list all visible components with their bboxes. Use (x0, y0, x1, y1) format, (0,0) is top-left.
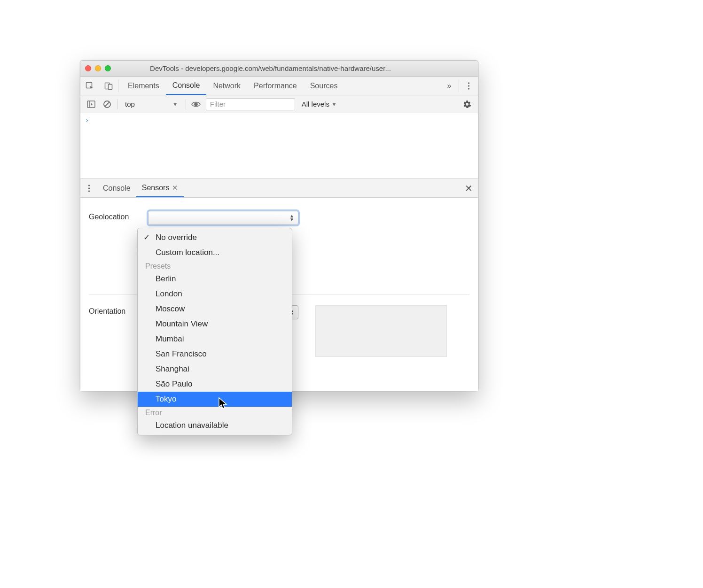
geolocation-dropdown: No override Custom location... Presets B… (137, 228, 292, 435)
live-expression-icon[interactable] (190, 98, 202, 110)
toolbar-divider-2 (186, 99, 186, 109)
console-toolbar: top ▼ Filter All levels ▼ (80, 95, 478, 113)
close-drawer-button[interactable]: ✕ (459, 179, 478, 197)
main-tabbar: Elements Console Network Performance Sou… (80, 77, 478, 95)
dropdown-group-error: Error (138, 407, 292, 418)
console-prompt: › (85, 116, 89, 124)
orientation-label: Orientation (89, 305, 141, 316)
tabs-overflow-button[interactable]: » (440, 77, 459, 95)
context-label: top (125, 100, 135, 108)
drawer-tabbar: Console Sensors ✕ ✕ (80, 179, 478, 198)
dropdown-option-preset-highlighted[interactable]: Tokyo (138, 392, 292, 407)
orientation-preview[interactable] (315, 305, 447, 357)
drawer-tab-sensors[interactable]: Sensors ✕ (136, 179, 184, 197)
dropdown-option-preset[interactable]: São Paulo (138, 377, 292, 392)
dropdown-option-no-override[interactable]: No override (138, 230, 292, 245)
filter-placeholder: Filter (210, 100, 226, 108)
svg-point-11 (88, 190, 89, 192)
dropdown-group-presets: Presets (138, 260, 292, 271)
window-title: DevTools - developers.google.com/web/fun… (96, 64, 473, 72)
inspect-element-icon[interactable] (80, 77, 99, 95)
levels-label: All levels (302, 100, 329, 108)
tab-network[interactable]: Network (206, 77, 247, 95)
drawer-tab-label: Sensors (142, 184, 170, 192)
dropdown-triangle-icon: ▼ (331, 101, 337, 108)
select-arrows-icon: ▲▼ (289, 214, 294, 222)
svg-point-5 (468, 88, 469, 89)
close-tab-icon[interactable]: ✕ (172, 184, 178, 192)
svg-point-8 (195, 103, 197, 106)
clear-console-icon[interactable] (101, 98, 113, 110)
log-levels-select[interactable]: All levels ▼ (299, 100, 340, 108)
console-settings-icon[interactable] (461, 98, 473, 110)
main-tabs: Elements Console Network Performance Sou… (118, 77, 440, 95)
tab-console[interactable]: Console (166, 77, 207, 95)
dropdown-option-custom-location[interactable]: Custom location... (138, 245, 292, 260)
geolocation-select[interactable]: ▲▼ (148, 211, 298, 225)
device-toggle-icon[interactable] (99, 77, 118, 95)
main-menu-button[interactable] (459, 77, 478, 95)
tab-performance[interactable]: Performance (247, 77, 304, 95)
svg-point-9 (88, 185, 89, 186)
svg-point-10 (88, 187, 89, 189)
dropdown-option-preset[interactable]: Moscow (138, 302, 292, 317)
svg-rect-2 (109, 84, 112, 89)
dropdown-option-preset[interactable]: Shanghai (138, 362, 292, 377)
filter-input[interactable]: Filter (206, 98, 295, 110)
titlebar: DevTools - developers.google.com/web/fun… (80, 61, 478, 77)
dropdown-triangle-icon: ▼ (172, 101, 178, 108)
dropdown-option-preset[interactable]: San Francisco (138, 347, 292, 362)
chevron-double-right-icon: » (447, 82, 452, 90)
dropdown-option-preset[interactable]: Berlin (138, 271, 292, 286)
tab-elements[interactable]: Elements (121, 77, 166, 95)
dropdown-option-error[interactable]: Location unavailable (138, 418, 292, 433)
dropdown-option-preset[interactable]: London (138, 286, 292, 302)
svg-point-4 (468, 85, 469, 86)
geolocation-label: Geolocation (89, 211, 141, 221)
dropdown-option-preset[interactable]: Mountain View (138, 317, 292, 332)
toggle-console-sidebar-icon[interactable] (85, 98, 97, 110)
close-window-button[interactable] (85, 65, 91, 71)
drawer-menu-button[interactable] (80, 179, 97, 197)
execution-context-select[interactable]: top ▼ (121, 98, 182, 110)
drawer-tab-label: Console (103, 184, 131, 193)
console-output[interactable]: › (80, 113, 478, 179)
geolocation-row: Geolocation ▲▼ (89, 207, 469, 229)
svg-point-3 (468, 82, 469, 84)
drawer-tab-console[interactable]: Console (97, 179, 136, 197)
tab-sources[interactable]: Sources (304, 77, 344, 95)
dropdown-option-preset[interactable]: Mumbai (138, 332, 292, 347)
toolbar-divider (117, 99, 117, 109)
